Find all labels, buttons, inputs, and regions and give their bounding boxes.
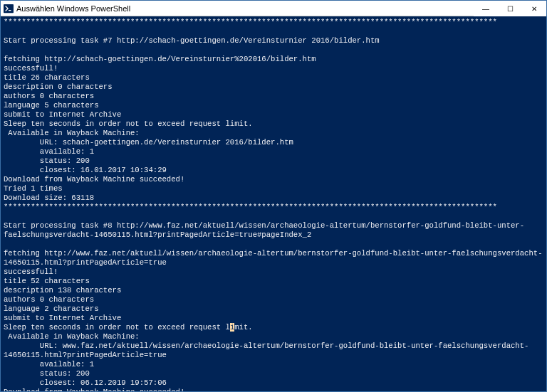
terminal-line: Download from Wayback Machine succeeded!: [4, 388, 543, 391]
terminal-line: authors 0 characters: [4, 92, 543, 101]
terminal-line: [4, 212, 543, 221]
close-button[interactable]: ✕: [522, 1, 546, 16]
terminal-line: Sleep ten seconds in order not to exceed…: [4, 323, 543, 332]
terminal-line: title 26 characters: [4, 73, 543, 83]
terminal-line: [4, 46, 543, 55]
terminal-line: title 52 characters: [4, 277, 543, 286]
terminal-line: URL: www.faz.net/aktuell/wissen/archaeol…: [4, 341, 543, 360]
terminal-line: Download size: 63118: [4, 194, 543, 203]
powershell-icon: [4, 4, 14, 14]
terminal-line: ****************************************…: [4, 203, 543, 212]
terminal-line: Start processing task #7 http://schach-g…: [4, 36, 543, 46]
terminal-line: Download from Wayback Machine succeeded!: [4, 175, 543, 184]
terminal-line: Available in Wayback Machine:: [4, 332, 543, 341]
powershell-window: Auswählen Windows PowerShell — ☐ ✕ *****…: [0, 0, 547, 392]
terminal-line: status: 200: [4, 369, 543, 378]
terminal-line: Start processing task #8 http://www.faz.…: [4, 221, 543, 240]
terminal-line: successfull!: [4, 64, 543, 73]
terminal-line: Sleep ten seconds in order not to exceed…: [4, 120, 543, 129]
terminal-line: Tried 1 times: [4, 184, 543, 194]
terminal-line: ****************************************…: [4, 18, 543, 27]
cursor-selection: i: [230, 323, 234, 332]
minimize-button[interactable]: —: [474, 1, 498, 16]
terminal-line: fetching http://www.faz.net/aktuell/wiss…: [4, 249, 543, 267]
terminal-line: successfull!: [4, 267, 543, 277]
terminal-line: available: 1: [4, 360, 543, 369]
terminal-line: description 0 characters: [4, 83, 543, 92]
terminal-output[interactable]: ****************************************…: [1, 16, 546, 391]
terminal-line: closest: 06.12.2019 19:57:06: [4, 378, 543, 388]
terminal-line: [4, 27, 543, 36]
terminal-line: [4, 240, 543, 249]
window-buttons: — ☐ ✕: [474, 1, 546, 16]
terminal-line: available: 1: [4, 147, 543, 157]
window-title: Auswählen Windows PowerShell: [16, 4, 474, 13]
terminal-line: fetching http://schach-goettingen.de/Ver…: [4, 55, 543, 64]
title-bar[interactable]: Auswählen Windows PowerShell — ☐ ✕: [1, 1, 546, 16]
terminal-line: submit to Internet Archive: [4, 314, 543, 323]
terminal-line: closest: 16.01.2017 10:34:29: [4, 166, 543, 175]
terminal-line: description 138 characters: [4, 286, 543, 295]
terminal-line: language 2 characters: [4, 304, 543, 314]
terminal-line: authors 0 characters: [4, 295, 543, 304]
terminal-line: Available in Wayback Machine:: [4, 129, 543, 138]
terminal-line: URL: schach-goettingen.de/Vereinsturnier…: [4, 138, 543, 147]
maximize-button[interactable]: ☐: [498, 1, 522, 16]
terminal-line: status: 200: [4, 157, 543, 166]
terminal-line: submit to Internet Archive: [4, 110, 543, 120]
terminal-line: language 5 characters: [4, 101, 543, 110]
